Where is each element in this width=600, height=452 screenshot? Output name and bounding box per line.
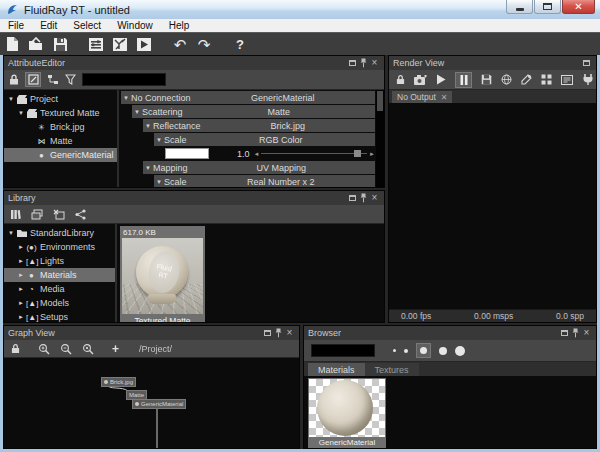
collapse-arrow-icon[interactable]: ▼ [143, 123, 153, 129]
tree-item-matte[interactable]: ⋈ Matte [4, 134, 117, 148]
save-scene-button[interactable] [48, 34, 72, 54]
size-dot-5[interactable] [455, 346, 465, 356]
close-panel-icon[interactable]: × [581, 328, 592, 339]
size-dot-1[interactable] [393, 349, 396, 352]
close-panel-icon[interactable]: × [369, 193, 380, 204]
graph-canvas[interactable]: Brick.jpg Matte GenericMaterial [4, 358, 299, 448]
size-dot-2[interactable] [404, 349, 408, 353]
attr-row-scattering[interactable]: ▼ Scattering Matte [132, 105, 375, 118]
plugin-icon[interactable] [582, 74, 594, 85]
tab-textures[interactable]: Textures [365, 363, 419, 376]
maximize-button[interactable] [534, 0, 561, 14]
menu-help[interactable]: Help [161, 19, 198, 32]
tree-item-genericmaterial[interactable]: ● GenericMaterial [4, 148, 117, 162]
attr-row-scale-rgb[interactable]: ▼ Scale RGB Color [154, 133, 375, 146]
attr-row-mapping[interactable]: ▼ Mapping UV Mapping [143, 161, 375, 174]
browser-search-input[interactable] [311, 344, 375, 357]
tree-item-brick-jpg[interactable]: ✳ Brick.jpg [4, 120, 117, 134]
float-panel-icon[interactable] [347, 58, 358, 69]
size-dot-4[interactable] [439, 347, 447, 355]
attr-row-reflectance[interactable]: ▼ Reflectance Brick.jpg [143, 119, 375, 132]
tab-materials[interactable]: Materials [308, 363, 365, 376]
tree-item-materials[interactable]: ► ● Materials [4, 268, 115, 282]
redo-button[interactable]: ↷ [192, 34, 216, 54]
render-settings-button[interactable] [108, 34, 132, 54]
attr-row-no-connection[interactable]: ▼ No Connection GenericMaterial [121, 91, 375, 104]
menu-edit[interactable]: Edit [32, 19, 65, 32]
pin-panel-icon[interactable] [358, 58, 369, 69]
collapse-arrow-icon[interactable]: ▼ [132, 109, 142, 115]
slider-handle[interactable] [354, 150, 361, 157]
tree-item-setups[interactable]: ► [▲] Setups [4, 310, 115, 322]
scene-settings-button[interactable] [84, 34, 108, 54]
graph-node-brick[interactable]: Brick.jpg [101, 377, 136, 387]
render-output-tab[interactable]: No Output ✕ [392, 91, 452, 103]
float-panel-icon[interactable] [559, 328, 570, 339]
library-shelf-icon[interactable] [10, 209, 21, 220]
attribute-scrollbar[interactable] [376, 90, 384, 187]
add-library-icon[interactable] [31, 209, 43, 220]
browser-asset-card[interactable]: GenericMaterial [308, 378, 386, 448]
close-tab-icon[interactable]: ✕ [441, 93, 448, 102]
tree-item-media[interactable]: ► ◔ Media [4, 282, 115, 296]
slider-decrement-icon[interactable]: ◄ [254, 151, 260, 157]
help-button[interactable]: ? [228, 34, 252, 54]
attribute-search-input[interactable] [82, 73, 166, 86]
pin-panel-icon[interactable] [273, 328, 284, 339]
menu-file[interactable]: File [0, 19, 32, 32]
collapsed-arrow-icon[interactable]: ► [16, 314, 26, 320]
tree-item-environments[interactable]: ► (●) Environments [4, 240, 115, 254]
lock-icon[interactable] [9, 74, 19, 85]
tree-item-models[interactable]: ► [▲] Models [4, 296, 115, 310]
collapsed-arrow-icon[interactable]: ► [16, 272, 26, 278]
tile-view-icon[interactable] [541, 74, 552, 85]
filter-icon[interactable] [65, 74, 76, 85]
color-picker-icon[interactable] [521, 74, 532, 85]
close-panel-icon[interactable]: × [369, 58, 380, 69]
snapshot-icon[interactable] [414, 75, 427, 85]
collapsed-arrow-icon[interactable]: ► [16, 300, 26, 306]
tree-item-lights[interactable]: ► [▲] Lights [4, 254, 115, 268]
minimize-button[interactable] [506, 0, 533, 14]
slider-value[interactable]: 1.0 [237, 149, 250, 159]
graph-node-genericmaterial[interactable]: GenericMaterial [132, 399, 186, 409]
new-scene-button[interactable] [0, 34, 24, 54]
collapsed-arrow-icon[interactable]: ► [16, 286, 26, 292]
close-button[interactable]: ✕ [562, 0, 595, 14]
save-image-icon[interactable] [481, 74, 492, 85]
zoom-reset-icon[interactable] [82, 343, 94, 355]
menu-select[interactable]: Select [65, 19, 109, 32]
lock-icon[interactable] [396, 74, 405, 85]
pin-panel-icon[interactable] [358, 193, 369, 204]
share-icon[interactable] [75, 209, 86, 220]
slider-increment-icon[interactable]: ► [369, 151, 375, 157]
menu-window[interactable]: Window [109, 19, 161, 32]
environment-sphere-icon[interactable] [501, 74, 512, 85]
float-panel-icon[interactable] [262, 328, 273, 339]
color-swatch[interactable] [165, 148, 209, 159]
collapse-arrow-icon[interactable]: ▼ [154, 179, 164, 185]
expand-arrow-icon[interactable]: ▼ [6, 96, 16, 102]
open-scene-button[interactable] [24, 34, 48, 54]
zoom-in-icon[interactable] [38, 343, 50, 355]
edit-attributes-icon[interactable] [25, 72, 41, 87]
expand-arrow-icon[interactable]: ▼ [16, 110, 26, 116]
collapsed-arrow-icon[interactable]: ► [16, 244, 26, 250]
lock-icon[interactable] [11, 343, 20, 354]
float-panel-icon[interactable] [581, 58, 592, 69]
render-viewport[interactable] [389, 103, 596, 309]
library-asset-card[interactable]: 617.0 KB Fluid RT Textured Matte [120, 226, 205, 322]
hierarchy-icon[interactable] [47, 74, 59, 85]
graph-path-breadcrumb[interactable]: /Project/ [139, 344, 172, 354]
collapse-arrow-icon[interactable]: ▼ [154, 137, 164, 143]
float-panel-icon[interactable] [347, 193, 358, 204]
size-dot-3-selected[interactable] [416, 343, 431, 358]
close-panel-icon[interactable]: × [284, 328, 295, 339]
collapse-arrow-icon[interactable]: ▼ [121, 95, 131, 101]
start-render-button[interactable] [132, 34, 156, 54]
collapse-arrow-icon[interactable]: ▼ [143, 165, 153, 171]
start-render-icon[interactable] [436, 74, 446, 85]
slider-track[interactable] [261, 153, 367, 154]
remove-library-icon[interactable] [53, 209, 65, 220]
zoom-out-icon[interactable] [60, 343, 72, 355]
